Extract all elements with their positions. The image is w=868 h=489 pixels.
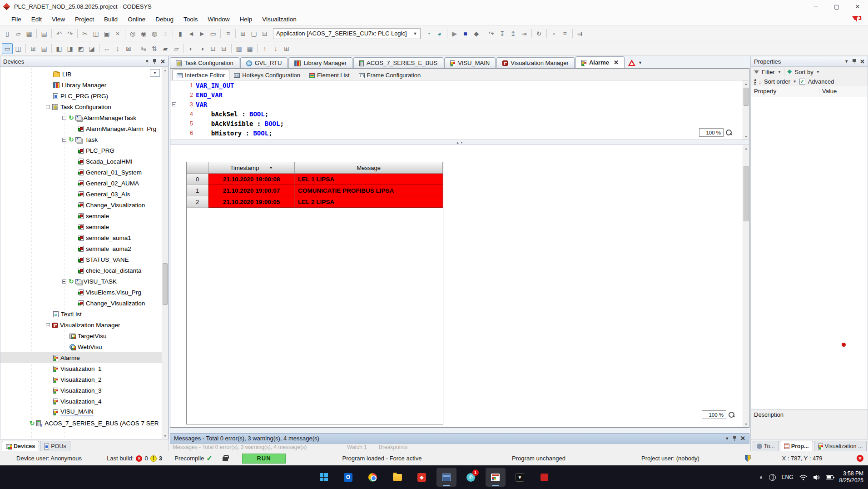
undo-button[interactable]: ↶ xyxy=(54,28,64,39)
sort-by-button[interactable]: Sort by xyxy=(795,69,813,75)
property-column-header[interactable]: Property xyxy=(751,88,819,95)
subtab-element-list[interactable]: Element List xyxy=(305,70,354,80)
call-stack-button[interactable]: ≡ xyxy=(560,28,570,39)
menu-debug[interactable]: Debug xyxy=(150,14,179,25)
doc-tab-visualization-manager[interactable]: Visualization Manager xyxy=(496,57,575,68)
tree-item-scada-localhmi[interactable]: Scada_LocalHMI xyxy=(0,156,162,167)
minimize-button[interactable]: ─ xyxy=(805,0,826,13)
replace-button[interactable]: ◉ xyxy=(138,28,149,39)
subtab-hotkeys-configuration[interactable]: Hotkeys Configuration xyxy=(229,70,305,80)
scrollbar-thumb[interactable] xyxy=(163,263,168,305)
tree-item-webvisu[interactable]: WebVisu xyxy=(0,341,162,352)
space-v-button[interactable]: ▱ xyxy=(171,43,182,54)
tree-item-semnale[interactable]: semnale xyxy=(0,221,162,232)
menu-online[interactable]: Online xyxy=(123,14,150,25)
tree-item-textlist[interactable]: TextList xyxy=(0,309,162,319)
find-button[interactable]: ◎ xyxy=(127,28,138,39)
devices-pin-icon[interactable] xyxy=(153,59,157,64)
menu-help[interactable]: Help xyxy=(234,14,257,25)
menu-edit[interactable]: Edit xyxy=(26,14,47,25)
scrollbar-thumb[interactable] xyxy=(744,166,749,221)
scroll-down-icon[interactable]: ▼ xyxy=(743,421,749,427)
align-bottom-button[interactable]: ◪ xyxy=(86,43,97,54)
taskbar-codesys-icon[interactable] xyxy=(436,468,456,487)
tree-expander-icon[interactable] xyxy=(46,105,50,109)
tree-item-visualization-3[interactable]: Visualization_3 xyxy=(0,385,162,396)
taskbar-chrome-icon[interactable] xyxy=(363,468,383,487)
align-right-button[interactable]: ◨ xyxy=(64,43,75,54)
size-height-button[interactable]: ↕ xyxy=(112,43,123,54)
save-button[interactable]: ▦ xyxy=(24,28,35,39)
devices-menu-caret-icon[interactable]: ▼ xyxy=(145,59,149,64)
menu-visualization[interactable]: Visualization xyxy=(257,14,302,25)
find-in-project-button[interactable]: ◍ xyxy=(149,28,160,39)
move-up-button[interactable]: ↑ xyxy=(259,43,270,54)
tree-item-visualization-4[interactable]: Visualization_4 xyxy=(0,396,162,407)
tab-list-caret-icon[interactable]: ▼ xyxy=(638,60,642,65)
tree-expander-icon[interactable] xyxy=(62,138,66,142)
tree-item-semnale[interactable]: semnale xyxy=(0,210,162,221)
distribute-h-button[interactable]: ⇆ xyxy=(138,43,149,54)
print-button[interactable]: ▤ xyxy=(39,28,50,39)
align-left-button[interactable]: ◧ xyxy=(54,43,64,54)
subtab-frame-configuration[interactable]: Frame Configuration xyxy=(354,70,426,80)
order-front-button[interactable]: ◐ xyxy=(186,43,197,54)
redo-button[interactable]: ↷ xyxy=(64,28,75,39)
taskbar-app-red-icon[interactable]: ◆ xyxy=(412,468,432,487)
paste-button[interactable]: ▣ xyxy=(101,28,112,39)
library-manager-button[interactable]: ≡ xyxy=(223,28,233,39)
visu-pointer-button[interactable]: ◫ xyxy=(13,43,24,54)
alarm-row[interactable]: 221.10.2020 19:00:05LEL 2 LIPSA xyxy=(187,196,443,208)
tree-item-semnale-auma1[interactable]: semnale_auma1 xyxy=(0,232,162,243)
run-to-cursor-button[interactable]: ⇥ xyxy=(519,28,530,39)
order-back-button[interactable]: ◑ xyxy=(197,43,208,54)
tree-item-library-manager[interactable]: Library Manager xyxy=(0,80,162,90)
visualization-scrollbar[interactable]: ▲ ▼ xyxy=(743,145,749,427)
properties-grid[interactable] xyxy=(751,96,868,409)
tree-item-change-visualization[interactable]: Change_Visualization xyxy=(0,200,162,210)
device-filter-dropdown[interactable]: ▼ xyxy=(150,69,160,77)
alarm-row[interactable]: 121.10.2020 19:00:07COMUNICATIE PROFIBUS… xyxy=(187,185,443,196)
tree-item-alarmmanagertask[interactable]: ↻AlarmManagerTask xyxy=(0,112,162,123)
battery-icon[interactable] xyxy=(826,475,833,479)
properties-menu-caret-icon[interactable]: ▼ xyxy=(844,59,848,64)
clock[interactable]: 3:58 PM 8/25/2025 xyxy=(839,470,863,484)
scroll-up-icon[interactable]: ▲ xyxy=(743,145,749,151)
visualization-zoom-control[interactable]: 100 % xyxy=(702,410,735,419)
chevron-down-icon[interactable]: ▼ xyxy=(816,70,820,74)
taskbar-outlook-icon[interactable]: O xyxy=(338,468,358,487)
tree-item-general-02-auma[interactable]: General_02_AUMA xyxy=(0,178,162,189)
order-forward-button[interactable]: ⊡ xyxy=(208,43,218,54)
tree-item-visu-main[interactable]: VISU_MAIN xyxy=(0,407,162,418)
scroll-down-icon[interactable]: ▼ xyxy=(743,133,749,140)
tree-item-acos-7-series-e-bus-acos-7-ser[interactable]: ↻gACOS_7_SERIES_E_BUS (ACOS 7 SER xyxy=(0,418,162,429)
group-button[interactable]: ▥ xyxy=(233,43,244,54)
scroll-up-icon[interactable]: ▲ xyxy=(162,67,168,73)
taskbar-start-icon[interactable] xyxy=(314,468,334,487)
bookmark-prev-button[interactable]: ◄ xyxy=(186,28,197,39)
doc-tab-acos-7-series-e-bus[interactable]: ACOS_7_SERIES_E_BUS xyxy=(353,57,443,68)
doc-tab-task-configuration[interactable]: Task Configuration xyxy=(170,57,239,68)
menu-project[interactable]: Project xyxy=(70,14,99,25)
alarm-row[interactable]: 021.10.2020 19:00:08LEL 1 LIPSA xyxy=(187,174,443,185)
bookmark-clear-button[interactable]: ▭ xyxy=(208,28,218,39)
tree-item-alarmmanager-alarm-prg[interactable]: AlarmManager.Alarm_Prg xyxy=(0,123,162,134)
visu-select-button[interactable]: ▭ xyxy=(2,43,13,54)
tree-item-semnale-auma2[interactable]: semnale_auma2 xyxy=(0,243,162,254)
step-into-button[interactable]: ↧ xyxy=(497,28,508,39)
step-out-button[interactable]: ↥ xyxy=(508,28,519,39)
tray-overflow-icon[interactable]: ∧ xyxy=(759,474,763,480)
tab-close-icon[interactable]: ✕ xyxy=(614,59,619,66)
devices-close-icon[interactable]: ✕ xyxy=(160,58,165,65)
order-backward-button[interactable]: ⊟ xyxy=(218,43,229,54)
devices-scrollbar[interactable]: ▲ ▼ xyxy=(162,67,168,439)
ungroup-button[interactable]: ▦ xyxy=(244,43,255,54)
delete-button[interactable]: × xyxy=(112,28,123,39)
tree-item-status-vane[interactable]: STATUS_VANE xyxy=(0,254,162,265)
value-column-header[interactable]: Value xyxy=(819,88,837,95)
advanced-checkbox[interactable]: ✓ xyxy=(799,79,805,85)
keyboard-language[interactable]: ENG xyxy=(782,474,794,480)
alarm-warning-icon[interactable] xyxy=(628,60,635,66)
tree-item-plc-prg[interactable]: PLC_PRG xyxy=(0,145,162,156)
space-h-button[interactable]: ▰ xyxy=(160,43,171,54)
